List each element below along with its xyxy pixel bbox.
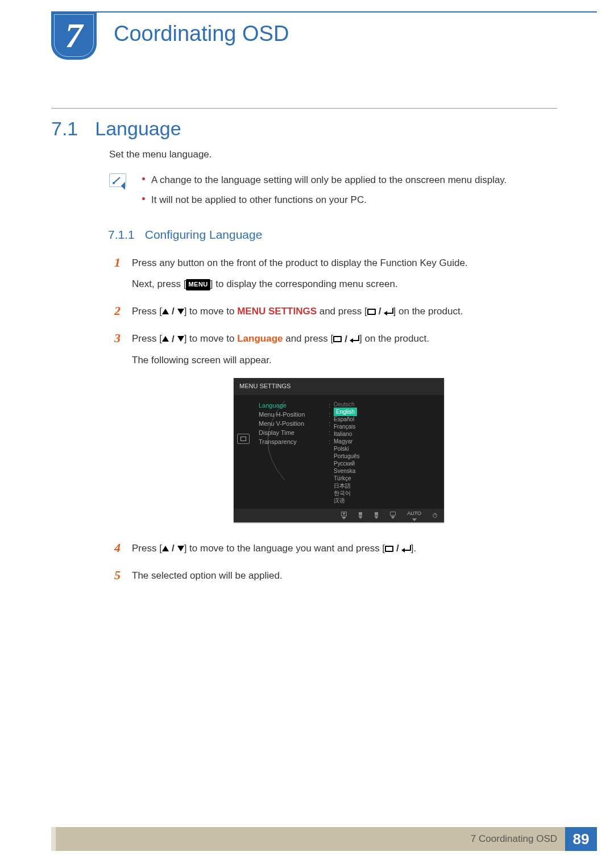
subsection-number: 7.1.1 [108,228,135,241]
note-block: A change to the language setting will on… [109,172,546,212]
step-body: Press [/] to move to Language and press … [132,331,546,535]
footer-bar: 7 Coordinating OSD 89 [51,827,597,851]
osd-footer-up-icon [374,512,379,519]
osd-footer-down-icon [358,512,363,519]
step: 1 Press any button on the front of the p… [109,255,546,297]
step-text: The following screen will appear. [132,352,546,368]
section-rule [51,108,557,109]
osd-menu-item: Menu V-Position [259,419,323,428]
osd-language-option: Italiano [334,430,439,438]
section-heading: 7.1Language [51,118,181,140]
footer-label: 7 Coordinating OSD [471,833,557,845]
note-list: A change to the language setting will on… [139,172,507,212]
osd-body: Language Menu H-Position Menu V-Position… [234,395,444,509]
step-body: Press [/] to move to MENU SETTINGS and p… [132,304,546,325]
note-item: It will not be applied to other function… [139,192,507,207]
step-text: The selected option will be applied. [132,568,546,583]
up-down-icon: / [162,304,184,319]
page: 7 Coordinating OSD 7.1Language Set the m… [0,0,614,868]
step-number: 2 [109,304,121,325]
step: 2 Press [/] to move to MENU SETTINGS and… [109,304,546,325]
osd-footer: AUTO [234,509,444,522]
menu-button-icon: MENU [186,279,210,290]
step-body: Press [/] to move to the language you wa… [132,541,546,562]
step-text: Press [/] to move to MENU SETTINGS and p… [132,304,546,319]
osd-title: MENU SETTINGS [234,378,444,395]
step-text: Press any button on the front of the pro… [132,255,546,271]
osd-menu-item: Language [259,401,323,410]
note-icon [109,173,126,187]
osd-footer-auto: AUTO [407,509,421,521]
step-text: Press [/] to move to Language and press … [132,331,546,347]
osd-language-option: Magyar [334,438,439,445]
step-body: Press any button on the front of the pro… [132,255,546,297]
step-text: Press [/] to move to the language you wa… [132,541,546,556]
section-intro: Set the menu language. [109,147,546,162]
osd-menu-item: Display Time [259,428,323,437]
osd-language-option: Português [334,452,439,460]
step-number: 3 [109,331,121,535]
osd-panel: MENU SETTINGS Language Menu H-Position M… [234,378,444,522]
subsection-heading: 7.1.1Configuring Language [108,225,546,244]
step-body: The selected option will be applied. [132,568,546,589]
osd-menu-item: Transparency [259,437,323,446]
osd-section-icon [237,434,250,444]
top-rule [51,11,597,13]
osd-language-option: Türkçe [334,475,439,482]
osd-language-list: Deutsch English Español Français Italian… [323,401,439,504]
osd-footer-power-icon [433,513,437,518]
osd-language-option: 日本語 [334,482,439,489]
svg-point-0 [113,182,115,184]
up-down-icon: / [162,541,184,556]
osd-menu-list: Language Menu H-Position Menu V-Position… [238,401,323,504]
osd-footer-enter-icon [390,512,396,519]
osd-language-option: 한국어 [334,489,439,497]
note-item: A change to the language setting will on… [139,172,507,188]
chapter-title: Coordinating OSD [114,22,289,46]
osd-language-option: Español [334,416,439,423]
step-number: 4 [109,541,121,562]
osd-language-option: Русский [334,460,439,467]
language-label: Language [237,333,283,344]
section-number: 7.1 [51,118,78,139]
up-down-icon: / [162,331,184,347]
osd-footer-back-icon [341,512,347,520]
subsection-title: Configuring Language [145,228,263,241]
menu-settings-label: MENU SETTINGS [237,306,317,317]
step: 5 The selected option will be applied. [109,568,546,589]
chapter-number: 7 [65,15,83,56]
select-enter-icon: / [385,541,411,556]
osd-screenshot: MENU SETTINGS Language Menu H-Position M… [132,378,546,522]
step-number: 1 [109,255,121,297]
osd-language-option: Svenska [334,467,439,475]
section-title: Language [95,118,181,139]
step: 4 Press [/] to move to the language you … [109,541,546,562]
step-number: 5 [109,568,121,589]
select-enter-icon: / [333,331,359,347]
osd-menu-item: Menu H-Position [259,410,323,419]
content-area: Set the menu language. A change to the l… [109,147,546,595]
osd-language-option: Français [334,423,439,430]
step-text: Next, press [MENU] to display the corres… [132,276,546,292]
select-enter-icon: / [367,304,393,319]
footer-page-number: 89 [565,827,597,851]
step: 3 Press [/] to move to Language and pres… [109,331,546,535]
osd-language-option: 汉语 [334,497,439,504]
osd-language-option-selected: English [334,408,357,416]
osd-language-option: Polski [334,445,439,452]
chapter-tab: 7 [51,11,97,60]
